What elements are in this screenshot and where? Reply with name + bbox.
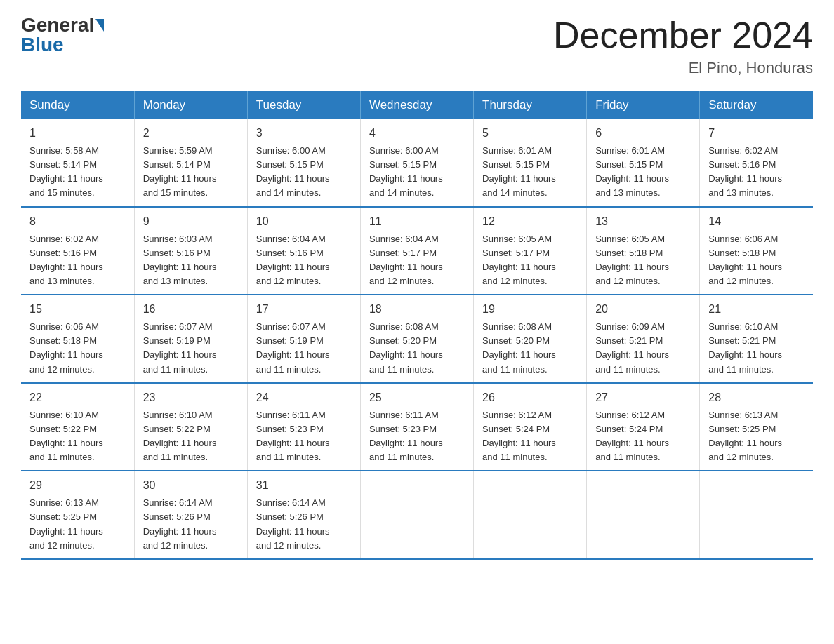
day-info: Sunrise: 6:00 AMSunset: 5:15 PMDaylight:… — [256, 144, 352, 201]
day-number: 19 — [482, 301, 578, 318]
weekday-header-saturday: Saturday — [700, 91, 813, 119]
day-number: 28 — [708, 389, 805, 406]
day-number: 30 — [143, 477, 239, 494]
day-info: Sunrise: 6:13 AMSunset: 5:25 PMDaylight:… — [708, 408, 805, 465]
day-number: 14 — [708, 213, 805, 230]
calendar-cell: 26Sunrise: 6:12 AMSunset: 5:24 PMDayligh… — [474, 383, 587, 471]
day-number: 29 — [29, 477, 126, 494]
day-info: Sunrise: 6:10 AMSunset: 5:21 PMDaylight:… — [708, 320, 805, 377]
day-info: Sunrise: 6:01 AMSunset: 5:15 PMDaylight:… — [595, 144, 691, 201]
day-number: 17 — [256, 301, 352, 318]
calendar-cell: 1Sunrise: 5:58 AMSunset: 5:14 PMDaylight… — [21, 119, 134, 207]
calendar-body: 1Sunrise: 5:58 AMSunset: 5:14 PMDaylight… — [21, 119, 813, 559]
day-number: 10 — [256, 213, 352, 230]
day-info: Sunrise: 6:11 AMSunset: 5:23 PMDaylight:… — [369, 408, 465, 465]
day-info: Sunrise: 6:07 AMSunset: 5:19 PMDaylight:… — [256, 320, 352, 377]
day-info: Sunrise: 6:10 AMSunset: 5:22 PMDaylight:… — [29, 408, 126, 465]
calendar-cell — [474, 471, 587, 559]
location-subtitle: El Pino, Honduras — [553, 59, 813, 77]
weekday-header-friday: Friday — [587, 91, 700, 119]
day-info: Sunrise: 5:58 AMSunset: 5:14 PMDaylight:… — [29, 144, 126, 201]
calendar-cell: 25Sunrise: 6:11 AMSunset: 5:23 PMDayligh… — [360, 383, 473, 471]
calendar-cell: 20Sunrise: 6:09 AMSunset: 5:21 PMDayligh… — [587, 295, 700, 383]
calendar-cell: 23Sunrise: 6:10 AMSunset: 5:22 PMDayligh… — [134, 383, 247, 471]
calendar-cell: 21Sunrise: 6:10 AMSunset: 5:21 PMDayligh… — [700, 295, 813, 383]
calendar-cell: 18Sunrise: 6:08 AMSunset: 5:20 PMDayligh… — [360, 295, 473, 383]
calendar-week-row: 1Sunrise: 5:58 AMSunset: 5:14 PMDaylight… — [21, 119, 813, 207]
day-info: Sunrise: 6:04 AMSunset: 5:16 PMDaylight:… — [256, 232, 352, 289]
day-info: Sunrise: 6:02 AMSunset: 5:16 PMDaylight:… — [29, 232, 126, 289]
calendar-cell: 8Sunrise: 6:02 AMSunset: 5:16 PMDaylight… — [21, 207, 134, 295]
calendar-cell: 24Sunrise: 6:11 AMSunset: 5:23 PMDayligh… — [247, 383, 360, 471]
month-year-title: December 2024 — [553, 14, 813, 56]
day-info: Sunrise: 6:13 AMSunset: 5:25 PMDaylight:… — [29, 496, 126, 553]
day-number: 4 — [369, 125, 465, 142]
calendar-cell: 4Sunrise: 6:00 AMSunset: 5:15 PMDaylight… — [360, 119, 473, 207]
calendar-cell: 13Sunrise: 6:05 AMSunset: 5:18 PMDayligh… — [587, 207, 700, 295]
calendar-cell: 29Sunrise: 6:13 AMSunset: 5:25 PMDayligh… — [21, 471, 134, 559]
calendar-cell: 28Sunrise: 6:13 AMSunset: 5:25 PMDayligh… — [700, 383, 813, 471]
calendar-cell: 11Sunrise: 6:04 AMSunset: 5:17 PMDayligh… — [360, 207, 473, 295]
calendar-week-row: 22Sunrise: 6:10 AMSunset: 5:22 PMDayligh… — [21, 383, 813, 471]
day-number: 13 — [595, 213, 691, 230]
day-number: 3 — [256, 125, 352, 142]
day-number: 7 — [708, 125, 805, 142]
day-info: Sunrise: 6:06 AMSunset: 5:18 PMDaylight:… — [29, 320, 126, 377]
day-number: 27 — [595, 389, 691, 406]
day-info: Sunrise: 6:07 AMSunset: 5:19 PMDaylight:… — [143, 320, 239, 377]
day-number: 25 — [369, 389, 465, 406]
day-info: Sunrise: 5:59 AMSunset: 5:14 PMDaylight:… — [143, 144, 239, 201]
weekday-header-row: SundayMondayTuesdayWednesdayThursdayFrid… — [21, 91, 813, 119]
calendar-cell: 12Sunrise: 6:05 AMSunset: 5:17 PMDayligh… — [474, 207, 587, 295]
day-number: 24 — [256, 389, 352, 406]
day-info: Sunrise: 6:05 AMSunset: 5:17 PMDaylight:… — [482, 232, 578, 289]
calendar-cell: 22Sunrise: 6:10 AMSunset: 5:22 PMDayligh… — [21, 383, 134, 471]
day-number: 11 — [369, 213, 465, 230]
calendar-cell: 3Sunrise: 6:00 AMSunset: 5:15 PMDaylight… — [247, 119, 360, 207]
calendar-cell: 5Sunrise: 6:01 AMSunset: 5:15 PMDaylight… — [474, 119, 587, 207]
calendar-cell — [700, 471, 813, 559]
day-number: 20 — [595, 301, 691, 318]
calendar-table: SundayMondayTuesdayWednesdayThursdayFrid… — [21, 91, 813, 560]
calendar-week-row: 8Sunrise: 6:02 AMSunset: 5:16 PMDaylight… — [21, 207, 813, 295]
logo: General Blue — [21, 14, 104, 56]
day-number: 31 — [256, 477, 352, 494]
day-number: 18 — [369, 301, 465, 318]
calendar-cell: 14Sunrise: 6:06 AMSunset: 5:18 PMDayligh… — [700, 207, 813, 295]
day-number: 8 — [29, 213, 126, 230]
calendar-cell: 19Sunrise: 6:08 AMSunset: 5:20 PMDayligh… — [474, 295, 587, 383]
day-number: 6 — [595, 125, 691, 142]
day-number: 22 — [29, 389, 126, 406]
day-info: Sunrise: 6:08 AMSunset: 5:20 PMDaylight:… — [369, 320, 465, 377]
day-number: 15 — [29, 301, 126, 318]
day-info: Sunrise: 6:03 AMSunset: 5:16 PMDaylight:… — [143, 232, 239, 289]
calendar-cell: 9Sunrise: 6:03 AMSunset: 5:16 PMDaylight… — [134, 207, 247, 295]
day-info: Sunrise: 6:10 AMSunset: 5:22 PMDaylight:… — [143, 408, 239, 465]
day-info: Sunrise: 6:06 AMSunset: 5:18 PMDaylight:… — [708, 232, 805, 289]
day-number: 21 — [708, 301, 805, 318]
calendar-week-row: 29Sunrise: 6:13 AMSunset: 5:25 PMDayligh… — [21, 471, 813, 559]
weekday-header-sunday: Sunday — [21, 91, 134, 119]
day-info: Sunrise: 6:12 AMSunset: 5:24 PMDaylight:… — [595, 408, 691, 465]
day-info: Sunrise: 6:01 AMSunset: 5:15 PMDaylight:… — [482, 144, 578, 201]
day-number: 26 — [482, 389, 578, 406]
day-info: Sunrise: 6:11 AMSunset: 5:23 PMDaylight:… — [256, 408, 352, 465]
page-header: General Blue December 2024 El Pino, Hond… — [21, 14, 813, 77]
weekday-header-tuesday: Tuesday — [247, 91, 360, 119]
weekday-header-thursday: Thursday — [474, 91, 587, 119]
calendar-cell: 6Sunrise: 6:01 AMSunset: 5:15 PMDaylight… — [587, 119, 700, 207]
calendar-cell: 2Sunrise: 5:59 AMSunset: 5:14 PMDaylight… — [134, 119, 247, 207]
day-info: Sunrise: 6:00 AMSunset: 5:15 PMDaylight:… — [369, 144, 465, 201]
day-info: Sunrise: 6:09 AMSunset: 5:21 PMDaylight:… — [595, 320, 691, 377]
day-number: 16 — [143, 301, 239, 318]
day-info: Sunrise: 6:14 AMSunset: 5:26 PMDaylight:… — [143, 496, 239, 553]
title-block: December 2024 El Pino, Honduras — [553, 14, 813, 77]
day-number: 12 — [482, 213, 578, 230]
weekday-header-monday: Monday — [134, 91, 247, 119]
calendar-cell: 7Sunrise: 6:02 AMSunset: 5:16 PMDaylight… — [700, 119, 813, 207]
day-info: Sunrise: 6:14 AMSunset: 5:26 PMDaylight:… — [256, 496, 352, 553]
calendar-cell: 17Sunrise: 6:07 AMSunset: 5:19 PMDayligh… — [247, 295, 360, 383]
day-info: Sunrise: 6:08 AMSunset: 5:20 PMDaylight:… — [482, 320, 578, 377]
day-info: Sunrise: 6:04 AMSunset: 5:17 PMDaylight:… — [369, 232, 465, 289]
calendar-cell — [360, 471, 473, 559]
